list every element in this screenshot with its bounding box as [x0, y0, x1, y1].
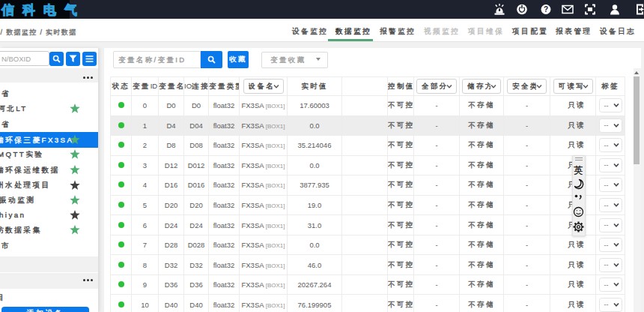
svg-text:?: ? — [544, 5, 548, 14]
